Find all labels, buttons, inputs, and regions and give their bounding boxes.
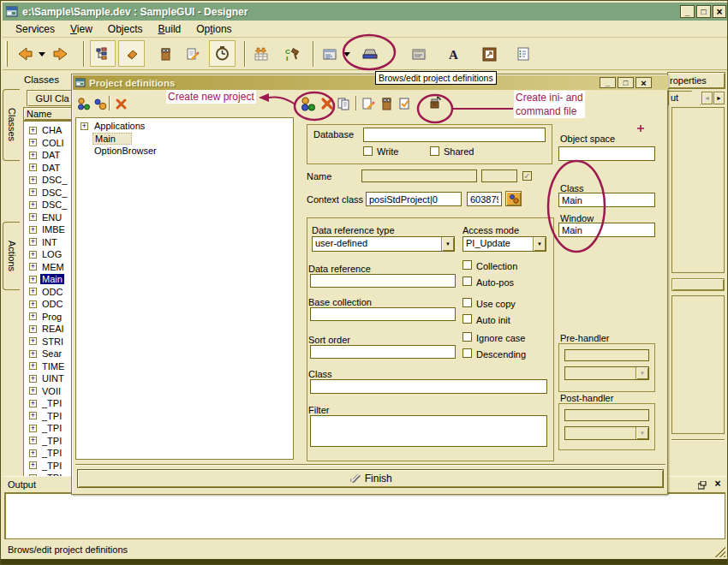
tree-expander-icon[interactable]: +: [29, 238, 37, 246]
auto-pos-checkbox[interactable]: [462, 277, 472, 286]
tab-layout-partial[interactable]: ut: [668, 91, 701, 105]
monitor-button[interactable]: [209, 40, 236, 67]
tree-expander-icon[interactable]: +: [29, 400, 37, 407]
validate-project-button[interactable]: [397, 96, 413, 111]
edit-project-button[interactable]: [361, 96, 376, 111]
menu-item[interactable]: Services: [8, 21, 63, 37]
tree-expander-icon[interactable]: +: [29, 164, 37, 171]
dialog-titlebar[interactable]: Project definitions: [73, 75, 668, 90]
nav-forward-button[interactable]: [49, 43, 72, 65]
data-reference-type-select[interactable]: user-defined ▼: [312, 236, 455, 252]
tree-expander-icon[interactable]: +: [29, 387, 37, 395]
output-content[interactable]: [4, 492, 725, 539]
object-space-input[interactable]: [558, 146, 655, 161]
create-ini-command-file-button[interactable]: [426, 94, 443, 111]
project-library-button[interactable]: [379, 96, 394, 111]
descending-checkbox[interactable]: [462, 348, 472, 358]
toolbar-grip[interactable]: [5, 41, 8, 67]
ignore-case-checkbox[interactable]: [462, 332, 472, 342]
menu-item[interactable]: View: [63, 21, 100, 37]
context-class-id-input[interactable]: [467, 192, 502, 206]
output-close-button[interactable]: ×: [712, 478, 724, 490]
tree-expander-icon[interactable]: +: [29, 226, 37, 234]
lists-button[interactable]: [512, 43, 534, 65]
create-project-button[interactable]: [299, 94, 318, 113]
tree-expander-icon[interactable]: +: [29, 312, 37, 320]
library-button[interactable]: [155, 43, 176, 65]
maximize-button[interactable]: □: [696, 5, 711, 18]
finish-button[interactable]: ✓ Finish: [77, 469, 664, 488]
project-definitions-button[interactable]: [357, 43, 382, 65]
menu-item[interactable]: Options: [188, 21, 239, 37]
resize-grip[interactable]: [715, 547, 725, 557]
properties-divider-bar[interactable]: [671, 278, 725, 291]
project-tree-row[interactable]: +Applications: [76, 120, 293, 133]
shared-checkbox[interactable]: [430, 146, 439, 156]
tree-new-item-button[interactable]: [76, 96, 92, 111]
delete-project-button[interactable]: [319, 96, 335, 111]
tree-expander-icon[interactable]: +: [29, 139, 37, 146]
class-input[interactable]: [310, 379, 547, 394]
nav-back-dropdown[interactable]: [37, 47, 47, 61]
dialog-minimize-button[interactable]: _: [600, 77, 616, 88]
close-button[interactable]: ×: [713, 5, 726, 18]
dropdown-arrow-icon[interactable]: ▼: [533, 237, 546, 251]
tree-expander-icon[interactable]: +: [29, 201, 37, 209]
tree-expander-icon[interactable]: +: [81, 122, 88, 130]
window-input[interactable]: [558, 223, 655, 237]
import-export-button[interactable]: [251, 43, 272, 65]
tree-expander-icon[interactable]: +: [29, 152, 37, 159]
window-titlebar[interactable]: e:\Sample\Sample.dev : SampleGUI - Desig…: [3, 3, 727, 21]
project-tree-row[interactable]: +OptionBrowser: [76, 145, 293, 158]
tree-expander-icon[interactable]: +: [29, 437, 37, 444]
tree-expander-icon[interactable]: +: [29, 276, 37, 283]
tree-delete-button[interactable]: [113, 96, 128, 111]
nav-back-button[interactable]: [13, 43, 36, 65]
dropdown-arrow-icon[interactable]: ▼: [441, 237, 454, 251]
tab-scroll-right-button[interactable]: ►: [713, 92, 725, 104]
access-mode-select[interactable]: PI_Update ▼: [462, 236, 546, 252]
tree-expander-icon[interactable]: +: [29, 350, 37, 358]
tab-scroll-left-button[interactable]: ◄: [701, 92, 713, 104]
tree-expander-icon[interactable]: +: [29, 251, 37, 259]
use-copy-checkbox[interactable]: [462, 298, 472, 307]
tree-expander-icon[interactable]: +: [29, 300, 37, 308]
window-list-dropdown[interactable]: [342, 47, 352, 61]
minimize-button[interactable]: _: [680, 5, 695, 18]
tree-expander-icon[interactable]: +: [29, 362, 37, 370]
copy-project-button[interactable]: [336, 96, 351, 111]
fonts-button[interactable]: A: [443, 43, 465, 65]
project-tree-row[interactable]: +Main: [76, 133, 293, 146]
eraser-button[interactable]: [118, 40, 145, 67]
tree-expander-icon[interactable]: +: [29, 176, 37, 184]
auto-init-checkbox[interactable]: [462, 314, 472, 324]
forms-button[interactable]: [408, 43, 430, 65]
tree-link-item-button[interactable]: [92, 96, 108, 111]
tree-expander-icon[interactable]: +: [29, 461, 37, 469]
images-button[interactable]: [478, 43, 500, 65]
dialog-close-button[interactable]: ×: [636, 77, 652, 88]
data-reference-input[interactable]: [310, 274, 456, 288]
collection-checkbox[interactable]: [462, 260, 472, 270]
menu-item[interactable]: Build: [151, 21, 189, 37]
tree-expander-icon[interactable]: +: [29, 375, 37, 383]
tree-expander-icon[interactable]: +: [29, 325, 37, 333]
edit-source-button[interactable]: [182, 43, 203, 65]
tree-expander-icon[interactable]: +: [29, 449, 37, 457]
object-tree-button[interactable]: [90, 40, 116, 67]
project-tree[interactable]: +Applications+Main+OptionBrowser: [75, 117, 294, 460]
tab-classes[interactable]: Classes: [3, 89, 20, 161]
filter-textarea[interactable]: [310, 415, 547, 447]
context-class-input[interactable]: [366, 192, 462, 206]
tree-expander-icon[interactable]: +: [29, 412, 37, 419]
tree-expander-icon[interactable]: +: [29, 337, 37, 345]
properties-panel-header[interactable]: roperties: [667, 72, 725, 89]
dialog-maximize-button[interactable]: □: [618, 77, 634, 88]
write-checkbox[interactable]: [363, 146, 373, 156]
database-input[interactable]: [363, 128, 546, 142]
tab-gui-classes[interactable]: GUI Cla: [27, 90, 78, 106]
context-class-picker-button[interactable]: [505, 191, 522, 206]
window-list-button[interactable]: [319, 43, 341, 65]
sort-order-input[interactable]: [310, 345, 456, 359]
tree-expander-icon[interactable]: +: [29, 263, 37, 271]
